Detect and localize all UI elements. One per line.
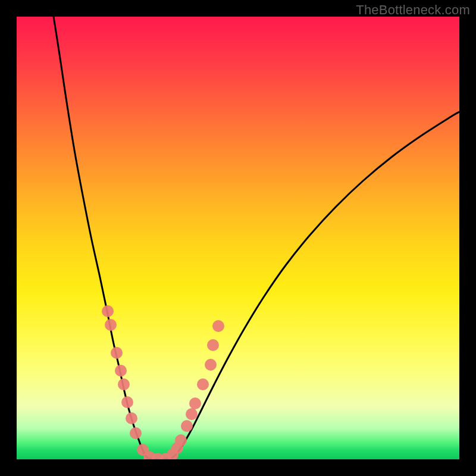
marker-dot <box>189 397 201 409</box>
curve-path <box>54 17 459 459</box>
marker-dot <box>102 305 114 317</box>
marker-dot <box>115 365 127 377</box>
marker-dot <box>118 378 130 390</box>
marker-dot <box>197 378 209 390</box>
chart-svg <box>17 17 459 459</box>
marker-dot <box>205 359 217 371</box>
watermark-text: TheBottleneck.com <box>356 2 470 18</box>
chart-plot-area <box>17 17 459 459</box>
marker-dot <box>111 347 123 359</box>
marker-dot <box>186 408 198 420</box>
marker-dot <box>121 396 133 408</box>
marker-points <box>102 305 224 459</box>
marker-dot <box>181 420 193 432</box>
marker-dot <box>207 339 219 351</box>
marker-dot <box>105 319 117 331</box>
marker-dot <box>130 427 142 439</box>
marker-dot <box>126 412 137 424</box>
marker-dot <box>212 320 224 332</box>
marker-dot <box>175 434 187 446</box>
bottleneck-curve <box>54 17 459 459</box>
